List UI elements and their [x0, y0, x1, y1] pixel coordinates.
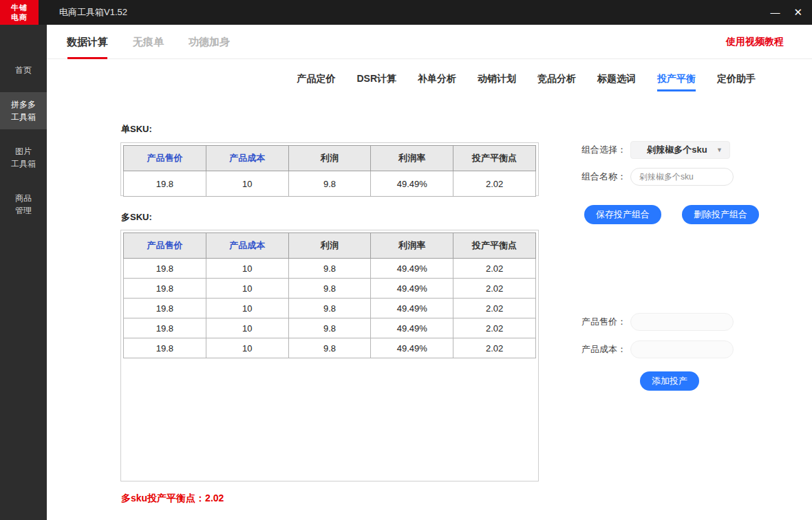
multi-sku-balance-note: 多sku投产平衡点：2.02	[121, 492, 224, 505]
sidebar-items: 首页拼多多工具箱图片工具箱商品管理	[0, 58, 47, 223]
sub-tabs: 产品定价DSR计算补单分析动销计划竞品分析标题选词投产平衡定价助手	[297, 73, 756, 91]
table-cell: 2.02	[453, 338, 536, 358]
logo-line1: 牛铺	[0, 3, 39, 12]
sidebar-item-拼多多工具箱[interactable]: 拼多多工具箱	[0, 92, 47, 129]
cost-input[interactable]	[630, 340, 734, 358]
add-roi-button[interactable]: 添加投产	[640, 371, 699, 391]
table-header-row: 产品售价产品成本利润利润率投产平衡点	[124, 233, 536, 259]
chevron-down-icon: ▼	[716, 147, 723, 153]
table-cell: 2.02	[453, 318, 536, 338]
sidebar-item-label: 商品	[0, 192, 47, 204]
sidebar-item-label: 图片	[0, 145, 47, 158]
table-cell: 10	[206, 279, 288, 299]
sidebar-item-图片工具箱[interactable]: 图片工具箱	[0, 139, 47, 176]
table-row: 19.8109.849.49%2.02	[124, 318, 536, 338]
table-cell: 49.49%	[371, 318, 453, 338]
sidebar-item-label: 拼多多	[0, 98, 47, 111]
cost-label: 产品成本：	[581, 343, 626, 356]
sub-tab-竞品分析[interactable]: 竞品分析	[537, 73, 576, 91]
price-input[interactable]	[630, 313, 734, 331]
app-logo: 牛铺 电商	[0, 0, 39, 25]
sidebar-item-label: 工具箱	[0, 111, 47, 123]
sidebar-item-label: 管理	[0, 204, 47, 217]
table-cell: 10	[206, 171, 288, 197]
sub-tab-DSR计算[interactable]: DSR计算	[356, 73, 396, 91]
table-cell: 49.49%	[371, 299, 453, 318]
logo-line2: 电商	[0, 12, 39, 22]
table-cell: 49.49%	[371, 171, 453, 197]
table-cell: 10	[206, 338, 288, 358]
column-header: 利润率	[371, 233, 453, 259]
single-sku-label: 单SKU:	[121, 123, 152, 136]
table-cell: 2.02	[453, 279, 536, 299]
table-cell: 19.8	[124, 318, 206, 338]
table-cell: 10	[206, 318, 288, 338]
top-tab-bar: 数据计算无痕单功德加身 使用视频教程	[47, 25, 812, 59]
sub-tab-产品定价[interactable]: 产品定价	[297, 73, 335, 91]
table-cell: 49.49%	[371, 259, 453, 279]
sub-tab-标题选词[interactable]: 标题选词	[597, 73, 636, 91]
close-icon[interactable]: ✕	[793, 0, 802, 25]
table-cell: 49.49%	[371, 338, 453, 358]
single-sku-table-box: 产品售价产品成本利润利润率投产平衡点 19.8109.849.49%2.02	[120, 142, 539, 196]
save-combo-button[interactable]: 保存投产组合	[584, 205, 661, 224]
sub-tab-bar: 产品定价DSR计算补单分析动销计划竞品分析标题选词投产平衡定价助手	[47, 73, 812, 91]
top-tab-数据计算[interactable]: 数据计算	[67, 25, 108, 59]
multi-sku-label: 多SKU:	[121, 211, 152, 224]
column-header: 投产平衡点	[453, 146, 536, 171]
table-cell: 49.49%	[371, 279, 453, 299]
sidebar-item-商品管理[interactable]: 商品管理	[0, 186, 47, 223]
table-cell: 9.8	[288, 171, 371, 197]
combo-select-dropdown[interactable]: 剁辣椒多个sku ▼	[630, 141, 730, 159]
window-title: 电商工具箱V1.52	[59, 0, 127, 25]
sub-tab-投产平衡[interactable]: 投产平衡	[657, 73, 696, 91]
sub-tab-定价助手[interactable]: 定价助手	[717, 73, 756, 91]
table-cell: 9.8	[288, 318, 371, 338]
top-tab-功德加身[interactable]: 功德加身	[189, 25, 230, 59]
column-header: 产品售价	[124, 233, 206, 259]
column-header: 产品成本	[206, 233, 288, 259]
table-row: 19.8109.849.49%2.02	[124, 171, 536, 197]
table-cell: 10	[206, 259, 288, 279]
title-bar: 牛铺 电商 电商工具箱V1.52 — ✕	[0, 0, 812, 25]
combo-name-input[interactable]	[630, 168, 734, 186]
table-row: 19.8109.849.49%2.02	[124, 279, 536, 299]
table-cell: 9.8	[288, 279, 371, 299]
column-header: 产品售价	[124, 146, 206, 171]
sub-tab-补单分析[interactable]: 补单分析	[418, 73, 456, 91]
sub-tab-动销计划[interactable]: 动销计划	[478, 73, 516, 91]
table-cell: 10	[206, 299, 288, 318]
column-header: 产品成本	[206, 146, 288, 171]
table-row: 19.8109.849.49%2.02	[124, 259, 536, 279]
column-header: 利润率	[371, 146, 453, 171]
table-cell: 19.8	[124, 279, 206, 299]
column-header: 利润	[288, 146, 371, 171]
table-cell: 2.02	[453, 259, 536, 279]
table-cell: 19.8	[124, 171, 206, 197]
top-tab-无痕单[interactable]: 无痕单	[133, 25, 164, 59]
delete-combo-button[interactable]: 删除投产组合	[682, 205, 759, 224]
combo-select-value: 剁辣椒多个sku	[638, 144, 716, 156]
multi-sku-table-box: 产品售价产品成本利润利润率投产平衡点 19.8109.849.49%2.0219…	[120, 230, 539, 481]
table-row: 19.8109.849.49%2.02	[124, 338, 536, 358]
minimize-icon[interactable]: —	[770, 0, 780, 25]
multi-sku-table: 产品售价产品成本利润利润率投产平衡点 19.8109.849.49%2.0219…	[123, 232, 536, 358]
table-cell: 2.02	[453, 171, 536, 197]
table-cell: 2.02	[453, 299, 536, 318]
column-header: 利润	[288, 233, 371, 259]
single-sku-table: 产品售价产品成本利润利润率投产平衡点 19.8109.849.49%2.02	[123, 145, 536, 197]
combo-name-label: 组合名称：	[581, 171, 626, 183]
sidebar-item-label: 工具箱	[0, 158, 47, 170]
combo-select-label: 组合选择：	[581, 144, 626, 156]
table-row: 19.8109.849.49%2.02	[124, 299, 536, 318]
table-cell: 19.8	[124, 259, 206, 279]
sidebar-item-首页[interactable]: 首页	[0, 58, 47, 83]
column-header: 投产平衡点	[453, 233, 536, 259]
table-cell: 9.8	[288, 299, 371, 318]
video-tutorial-link[interactable]: 使用视频教程	[726, 36, 784, 48]
table-header-row: 产品售价产品成本利润利润率投产平衡点	[124, 146, 536, 171]
table-cell: 19.8	[124, 338, 206, 358]
table-cell: 9.8	[288, 259, 371, 279]
top-tabs: 数据计算无痕单功德加身	[67, 25, 230, 59]
table-cell: 9.8	[288, 338, 371, 358]
